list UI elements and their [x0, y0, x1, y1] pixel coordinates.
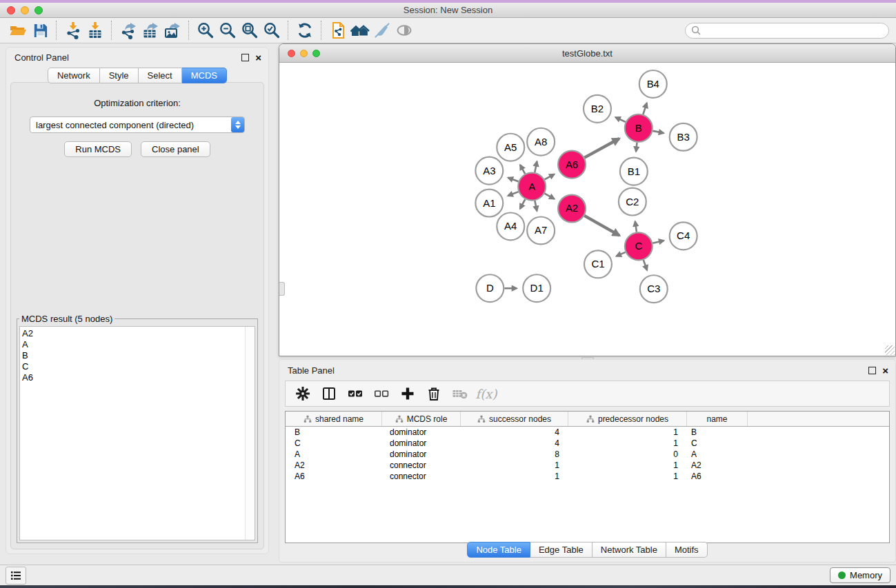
column-header-successor-nodes[interactable]: successor nodes — [461, 412, 568, 426]
graph-edge-B-B2[interactable] — [615, 117, 626, 122]
graph-edge-A-A5[interactable] — [520, 165, 525, 174]
mcds-result-list[interactable]: A2 A B C A6 — [19, 326, 255, 540]
close-panel-button[interactable]: Close panel — [141, 141, 210, 157]
window-resize-grip[interactable] — [885, 345, 895, 355]
add-column-button[interactable] — [396, 383, 419, 404]
table-row[interactable]: A6 connector 1 1 A6 — [286, 471, 889, 482]
column-header-shared-name[interactable]: shared name — [286, 412, 382, 426]
tab-mcds[interactable]: MCDS — [182, 68, 227, 83]
deselect-all-button[interactable] — [370, 383, 393, 404]
zoom-fit-button[interactable] — [239, 20, 261, 41]
zoom-out-button[interactable] — [217, 20, 239, 41]
show-task-history-button[interactable] — [6, 567, 26, 585]
export-table-button[interactable] — [139, 20, 161, 41]
column-header-predecessor-nodes[interactable]: predecessor nodes — [568, 412, 687, 426]
memory-button[interactable]: Memory — [830, 567, 890, 583]
tree-icon — [477, 415, 486, 423]
tab-node-table[interactable]: Node Table — [467, 542, 530, 558]
export-image-button[interactable] — [161, 20, 183, 41]
network-overview-button[interactable] — [349, 20, 371, 41]
graph-edge-A-A4[interactable] — [520, 199, 525, 209]
show-graphics-details-button[interactable] — [393, 20, 415, 41]
delete-table-button[interactable] — [448, 383, 472, 404]
search-box[interactable] — [685, 23, 889, 39]
table-row[interactable]: A2 connector 1 1 A2 — [286, 460, 889, 471]
graph-node-label: C4 — [677, 230, 690, 241]
zoom-selected-button[interactable] — [261, 20, 283, 41]
list-item[interactable]: A2 — [22, 328, 245, 339]
list-item[interactable]: C — [22, 361, 245, 372]
list-item[interactable]: A — [22, 339, 245, 350]
graph-edge-A-A8[interactable] — [535, 161, 537, 172]
close-panel-icon[interactable]: × — [882, 367, 888, 374]
graph-edge-B-B4[interactable] — [643, 103, 646, 114]
export-image-icon — [163, 21, 181, 39]
graph-edge-A-A2[interactable] — [545, 194, 555, 199]
graph-edge-B-B1[interactable] — [636, 143, 637, 152]
column-header-mcds-role[interactable]: MCDS role — [382, 412, 461, 426]
graph-node-label: A — [528, 181, 535, 192]
graph-edge-A-A1[interactable] — [508, 192, 518, 196]
zoom-out-icon — [219, 21, 237, 39]
save-session-button[interactable] — [29, 20, 51, 41]
duplicate-network-button[interactable] — [327, 20, 349, 41]
tab-style[interactable]: Style — [100, 68, 139, 83]
graph-edge-C-C2[interactable] — [635, 221, 637, 232]
equation-builder-button[interactable]: f(x) — [475, 383, 498, 404]
criterion-select[interactable]: largest connected component (directed) — [30, 116, 245, 133]
graph-edge-C-C4[interactable] — [653, 241, 664, 243]
graph-edge-A-A7[interactable] — [535, 201, 537, 211]
graph-edge-A-A6[interactable] — [545, 174, 555, 180]
table-row[interactable]: A dominator 8 0 A — [286, 449, 889, 460]
graph-node-label: A8 — [535, 136, 547, 148]
table-row[interactable]: C dominator 4 1 C — [286, 438, 889, 449]
eye-icon — [395, 21, 413, 39]
graph-edge-C-C1[interactable] — [616, 252, 625, 256]
table-row[interactable]: B dominator 4 1 B — [286, 427, 889, 438]
delete-table-icon — [452, 387, 468, 401]
tab-select[interactable]: Select — [139, 68, 182, 83]
graph-node-label: C1 — [591, 258, 604, 270]
select-all-button[interactable] — [344, 383, 367, 404]
trash-icon — [426, 386, 441, 401]
list-scrollbar[interactable] — [245, 327, 255, 540]
network-canvas[interactable]: AA1A3A5A8A4A7A6A2BB1B2B3B4CC1C2C3C4DD1 — [279, 63, 895, 356]
table-settings-button[interactable] — [291, 383, 315, 404]
optimization-criterion-label: Optimization criterion: — [11, 98, 263, 108]
delete-column-button[interactable] — [422, 383, 446, 404]
float-panel-icon[interactable] — [868, 367, 876, 374]
splitter-grabber[interactable] — [279, 282, 285, 296]
open-session-button[interactable] — [7, 20, 29, 41]
show-columns-button[interactable] — [317, 383, 341, 404]
zoom-in-button[interactable] — [195, 20, 217, 41]
graph-node-label: C3 — [647, 283, 660, 294]
search-input[interactable] — [704, 25, 883, 37]
float-panel-icon[interactable] — [241, 54, 249, 61]
graph-node-label: A4 — [504, 220, 517, 232]
import-table-button[interactable] — [84, 20, 106, 41]
tab-network-table[interactable]: Network Table — [593, 542, 666, 558]
column-header-name[interactable]: name — [687, 412, 748, 426]
list-item[interactable]: A6 — [22, 372, 245, 383]
graph-edge-A6-B[interactable] — [584, 139, 619, 158]
tab-motifs[interactable]: Motifs — [666, 542, 708, 558]
export-network-button[interactable] — [117, 20, 139, 41]
refresh-button[interactable] — [294, 20, 316, 41]
network-graph[interactable]: AA1A3A5A8A4A7A6A2BB1B2B3B4CC1C2C3C4DD1 — [279, 63, 895, 356]
graph-edge-C-C3[interactable] — [644, 260, 647, 270]
list-item[interactable]: B — [22, 350, 245, 361]
import-network-button[interactable] — [62, 20, 84, 41]
hide-graphics-details-button[interactable] — [371, 20, 393, 41]
graph-node-label: A7 — [535, 224, 547, 236]
graph-edge-A2-C[interactable] — [584, 216, 619, 236]
graph-edge-B-B3[interactable] — [653, 131, 664, 133]
tab-edge-table[interactable]: Edge Table — [530, 542, 593, 558]
graph-node-label: A6 — [566, 159, 578, 170]
run-mcds-button[interactable]: Run MCDS — [64, 141, 132, 157]
graph-edge-A-A3[interactable] — [508, 178, 518, 182]
tab-network[interactable]: Network — [48, 68, 100, 83]
import-table-icon — [86, 21, 104, 39]
close-panel-icon[interactable]: × — [255, 54, 261, 61]
memory-status-dot — [838, 571, 846, 579]
refresh-icon — [296, 21, 314, 39]
